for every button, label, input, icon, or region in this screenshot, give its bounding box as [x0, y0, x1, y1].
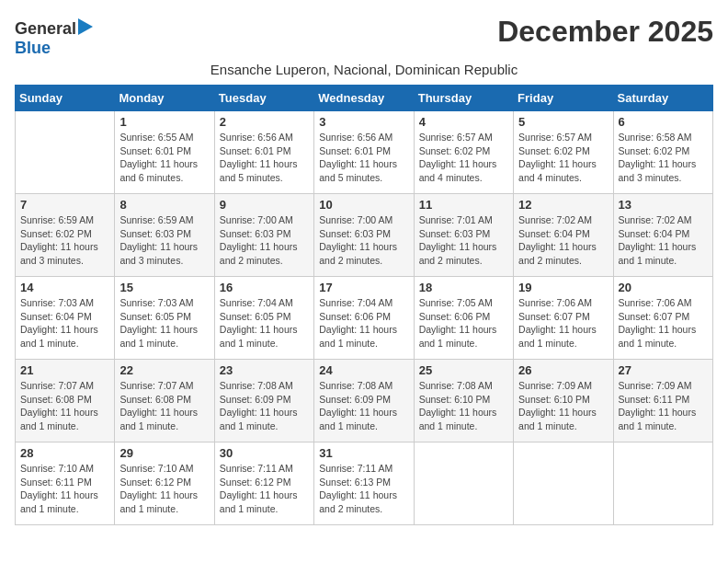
day-number: 5	[518, 115, 608, 129]
dow-header-wednesday: Wednesday	[314, 86, 414, 111]
calendar-cell: 17Sunrise: 7:04 AMSunset: 6:06 PMDayligh…	[314, 277, 414, 360]
calendar-cell: 22Sunrise: 7:07 AMSunset: 6:08 PMDayligh…	[115, 360, 214, 442]
dow-header-monday: Monday	[115, 86, 214, 111]
day-info: Sunrise: 7:08 AMSunset: 6:10 PMDaylight:…	[419, 379, 508, 433]
calendar-cell: 5Sunrise: 6:57 AMSunset: 6:02 PMDaylight…	[514, 111, 613, 194]
day-info: Sunrise: 7:06 AMSunset: 6:07 PMDaylight:…	[619, 296, 708, 350]
day-number: 24	[319, 363, 408, 377]
day-number: 15	[119, 281, 209, 294]
day-info: Sunrise: 7:07 AMSunset: 6:08 PMDaylight:…	[119, 379, 209, 433]
day-number: 18	[419, 281, 508, 294]
calendar-cell: 26Sunrise: 7:09 AMSunset: 6:10 PMDayligh…	[514, 360, 613, 442]
day-info: Sunrise: 7:09 AMSunset: 6:11 PMDaylight:…	[619, 379, 708, 433]
dow-header-sunday: Sunday	[16, 86, 115, 111]
day-info: Sunrise: 7:10 AMSunset: 6:11 PMDaylight:…	[20, 462, 109, 516]
calendar-cell: 29Sunrise: 7:10 AMSunset: 6:12 PMDayligh…	[115, 442, 214, 525]
dow-header-thursday: Thursday	[414, 86, 513, 111]
day-info: Sunrise: 7:09 AMSunset: 6:10 PMDaylight:…	[518, 379, 608, 433]
calendar-cell: 12Sunrise: 7:02 AMSunset: 6:04 PMDayligh…	[514, 194, 613, 277]
day-number: 26	[518, 363, 608, 377]
logo: General Blue	[15, 18, 98, 58]
day-number: 12	[518, 198, 608, 212]
day-number: 10	[319, 198, 408, 212]
day-number: 14	[20, 281, 109, 294]
day-info: Sunrise: 7:07 AMSunset: 6:08 PMDaylight:…	[20, 379, 109, 433]
calendar-cell: 4Sunrise: 6:57 AMSunset: 6:02 PMDaylight…	[414, 111, 513, 194]
day-info: Sunrise: 6:59 AMSunset: 6:03 PMDaylight:…	[119, 213, 209, 268]
day-info: Sunrise: 7:08 AMSunset: 6:09 PMDaylight:…	[220, 379, 309, 433]
subtitle: Ensanche Luperon, Nacional, Dominican Re…	[15, 62, 713, 77]
day-info: Sunrise: 6:59 AMSunset: 6:02 PMDaylight:…	[20, 213, 109, 268]
calendar-cell: 28Sunrise: 7:10 AMSunset: 6:11 PMDayligh…	[16, 442, 115, 525]
day-info: Sunrise: 6:57 AMSunset: 6:02 PMDaylight:…	[419, 131, 508, 185]
day-number: 27	[619, 363, 708, 377]
day-number: 9	[220, 198, 309, 212]
calendar-cell	[16, 111, 115, 194]
day-number: 31	[319, 446, 408, 460]
calendar-cell: 14Sunrise: 7:03 AMSunset: 6:04 PMDayligh…	[16, 277, 115, 360]
logo-arrow-icon	[78, 18, 98, 39]
calendar-table: SundayMondayTuesdayWednesdayThursdayFrid…	[15, 85, 713, 525]
calendar-cell: 2Sunrise: 6:56 AMSunset: 6:01 PMDaylight…	[214, 111, 313, 194]
day-info: Sunrise: 6:55 AMSunset: 6:01 PMDaylight:…	[119, 131, 209, 185]
day-info: Sunrise: 7:05 AMSunset: 6:06 PMDaylight:…	[419, 296, 508, 350]
day-info: Sunrise: 7:02 AMSunset: 6:04 PMDaylight:…	[619, 213, 708, 268]
calendar-cell: 11Sunrise: 7:01 AMSunset: 6:03 PMDayligh…	[414, 194, 513, 277]
day-info: Sunrise: 7:03 AMSunset: 6:05 PMDaylight:…	[119, 296, 209, 350]
day-number: 1	[119, 115, 209, 129]
calendar-cell: 30Sunrise: 7:11 AMSunset: 6:12 PMDayligh…	[214, 442, 313, 525]
day-info: Sunrise: 6:57 AMSunset: 6:02 PMDaylight:…	[518, 131, 608, 185]
dow-header-tuesday: Tuesday	[214, 86, 313, 111]
day-number: 22	[119, 363, 209, 377]
dow-header-saturday: Saturday	[613, 86, 712, 111]
calendar-cell: 10Sunrise: 7:00 AMSunset: 6:03 PMDayligh…	[314, 194, 414, 277]
dow-header-friday: Friday	[514, 86, 613, 111]
calendar-cell: 20Sunrise: 7:06 AMSunset: 6:07 PMDayligh…	[613, 277, 712, 360]
calendar-cell: 21Sunrise: 7:07 AMSunset: 6:08 PMDayligh…	[16, 360, 115, 442]
day-info: Sunrise: 6:58 AMSunset: 6:02 PMDaylight:…	[619, 131, 708, 185]
day-number: 30	[220, 446, 309, 460]
day-info: Sunrise: 7:04 AMSunset: 6:05 PMDaylight:…	[220, 296, 309, 350]
day-info: Sunrise: 6:56 AMSunset: 6:01 PMDaylight:…	[319, 131, 408, 185]
calendar-cell: 15Sunrise: 7:03 AMSunset: 6:05 PMDayligh…	[115, 277, 214, 360]
calendar-cell	[514, 442, 613, 525]
day-info: Sunrise: 7:11 AMSunset: 6:13 PMDaylight:…	[319, 462, 408, 516]
day-number: 16	[220, 281, 309, 294]
day-info: Sunrise: 7:01 AMSunset: 6:03 PMDaylight:…	[419, 213, 508, 268]
calendar-cell: 31Sunrise: 7:11 AMSunset: 6:13 PMDayligh…	[314, 442, 414, 525]
calendar-cell	[414, 442, 513, 525]
day-number: 25	[419, 363, 508, 377]
calendar-cell	[613, 442, 712, 525]
day-number: 8	[119, 198, 209, 212]
day-number: 11	[419, 198, 508, 212]
day-number: 13	[619, 198, 708, 212]
day-number: 20	[619, 281, 708, 294]
day-info: Sunrise: 7:08 AMSunset: 6:09 PMDaylight:…	[319, 379, 408, 433]
calendar-cell: 24Sunrise: 7:08 AMSunset: 6:09 PMDayligh…	[314, 360, 414, 442]
calendar-cell: 18Sunrise: 7:05 AMSunset: 6:06 PMDayligh…	[414, 277, 513, 360]
day-number: 21	[20, 363, 109, 377]
day-info: Sunrise: 6:56 AMSunset: 6:01 PMDaylight:…	[220, 131, 309, 185]
day-number: 17	[319, 281, 408, 294]
svg-marker-0	[78, 18, 93, 35]
calendar-cell: 16Sunrise: 7:04 AMSunset: 6:05 PMDayligh…	[214, 277, 313, 360]
day-info: Sunrise: 7:11 AMSunset: 6:12 PMDaylight:…	[220, 462, 309, 516]
day-info: Sunrise: 7:03 AMSunset: 6:04 PMDaylight:…	[20, 296, 109, 350]
day-info: Sunrise: 7:06 AMSunset: 6:07 PMDaylight:…	[518, 296, 608, 350]
calendar-cell: 3Sunrise: 6:56 AMSunset: 6:01 PMDaylight…	[314, 111, 414, 194]
day-number: 3	[319, 115, 408, 129]
day-number: 4	[419, 115, 508, 129]
calendar-cell: 19Sunrise: 7:06 AMSunset: 6:07 PMDayligh…	[514, 277, 613, 360]
day-info: Sunrise: 7:04 AMSunset: 6:06 PMDaylight:…	[319, 296, 408, 350]
page-header: General Blue December 2025	[15, 15, 713, 58]
day-info: Sunrise: 7:00 AMSunset: 6:03 PMDaylight:…	[319, 213, 408, 268]
day-number: 19	[518, 281, 608, 294]
day-info: Sunrise: 7:02 AMSunset: 6:04 PMDaylight:…	[518, 213, 608, 268]
day-info: Sunrise: 7:00 AMSunset: 6:03 PMDaylight:…	[220, 213, 309, 268]
logo-blue-text: Blue	[15, 39, 51, 57]
calendar-cell: 8Sunrise: 6:59 AMSunset: 6:03 PMDaylight…	[115, 194, 214, 277]
day-number: 2	[220, 115, 309, 129]
day-number: 29	[119, 446, 209, 460]
day-number: 23	[220, 363, 309, 377]
logo-general-text: General	[15, 19, 76, 39]
